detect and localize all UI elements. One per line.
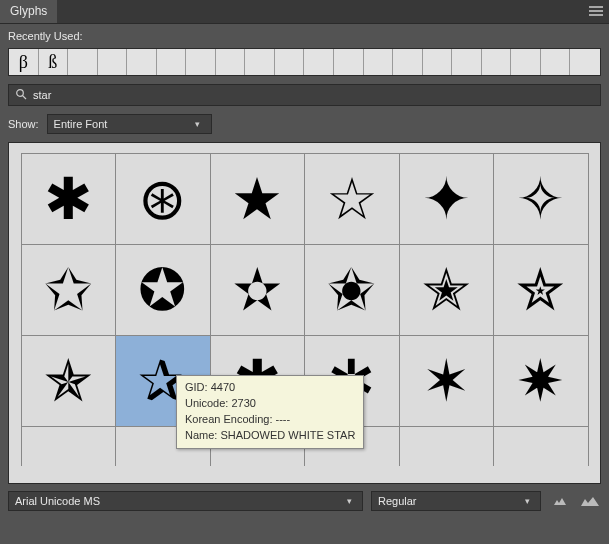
recent-glyph-empty[interactable] [304, 49, 334, 75]
recent-glyph-empty[interactable] [127, 49, 157, 75]
mountains-small-icon [553, 497, 567, 506]
recent-glyph-empty[interactable] [68, 49, 98, 75]
chevron-down-icon: ▾ [191, 119, 205, 129]
glyph-cell[interactable]: ✬ [304, 244, 400, 336]
show-label: Show: [8, 118, 39, 130]
svg-line-1 [23, 96, 26, 99]
svg-point-0 [17, 90, 24, 97]
chevron-down-icon: ▾ [342, 496, 356, 506]
show-dropdown[interactable]: Entire Font ▾ [47, 114, 212, 134]
tooltip-unicode: 2730 [231, 397, 255, 409]
recent-glyph-empty[interactable] [364, 49, 394, 75]
recent-glyph-empty[interactable] [98, 49, 128, 75]
zoom-out-button[interactable] [549, 491, 571, 511]
glyph-cell[interactable]: ✩ [21, 244, 117, 336]
recent-glyph-row: β ß [8, 48, 601, 76]
recent-glyph-1[interactable]: ß [39, 49, 69, 75]
glyph-cell[interactable] [399, 426, 495, 466]
show-value: Entire Font [54, 118, 191, 130]
recent-glyph-empty[interactable] [570, 49, 600, 75]
recent-section: Recently Used: [0, 24, 609, 44]
glyph-cell[interactable]: ✮ [493, 244, 589, 336]
recent-glyph-empty[interactable] [511, 49, 541, 75]
glyph-cell[interactable] [21, 426, 117, 466]
panel-tab-bar: Glyphs [0, 0, 609, 24]
tooltip-unicode-label: Unicode: [185, 397, 228, 409]
recent-glyph-empty[interactable] [541, 49, 571, 75]
glyphs-panel: Glyphs Recently Used: β ß [0, 0, 609, 544]
search-input[interactable] [33, 89, 594, 101]
glyph-cell[interactable]: ✧ [493, 153, 589, 245]
glyph-cell[interactable]: ☆ [304, 153, 400, 245]
font-family-dropdown[interactable]: Arial Unicode MS ▾ [8, 491, 363, 511]
glyph-search-field[interactable] [8, 84, 601, 106]
tooltip-gid: 4470 [211, 381, 235, 393]
glyph-cell[interactable]: ✪ [115, 244, 211, 336]
recent-glyph-empty[interactable] [186, 49, 216, 75]
menu-icon [589, 6, 603, 18]
show-row: Show: Entire Font ▾ [8, 114, 601, 134]
glyph-cell[interactable]: ✯ [21, 335, 117, 427]
chevron-down-icon: ▾ [520, 496, 534, 506]
recent-glyph-empty[interactable] [216, 49, 246, 75]
glyph-cell[interactable] [493, 426, 589, 466]
recent-glyph-empty[interactable] [245, 49, 275, 75]
glyph-cell[interactable]: ✶ [399, 335, 495, 427]
glyph-cell[interactable]: ✫ [210, 244, 306, 336]
glyph-grid-container: ✱ ⊛ ★ ☆ ✦ ✧ ✩ ✪ ✫ ✬ ✭ ✮ ✯ ✰ ✱ ✲ ✶ ✷ [8, 142, 601, 484]
recent-glyph-empty[interactable] [482, 49, 512, 75]
tooltip-name: SHADOWED WHITE STAR [220, 429, 355, 441]
glyph-cell[interactable]: ⊛ [115, 153, 211, 245]
recent-glyph-empty[interactable] [423, 49, 453, 75]
recent-label: Recently Used: [8, 30, 83, 42]
tooltip-gid-label: GID: [185, 381, 208, 393]
recent-glyph-empty[interactable] [452, 49, 482, 75]
zoom-in-button[interactable] [579, 491, 601, 511]
font-family-value: Arial Unicode MS [15, 495, 342, 507]
tooltip-encoding: ---- [276, 413, 291, 425]
glyph-cell[interactable]: ✷ [493, 335, 589, 427]
panel-menu-button[interactable] [583, 0, 609, 23]
glyph-cell[interactable]: ✭ [399, 244, 495, 336]
search-icon [15, 88, 27, 102]
recent-glyph-empty[interactable] [393, 49, 423, 75]
tooltip-encoding-label: Korean Encoding: [185, 413, 272, 425]
tooltip-name-label: Name: [185, 429, 217, 441]
font-style-value: Regular [378, 495, 520, 507]
glyph-cell[interactable]: ✦ [399, 153, 495, 245]
mountains-large-icon [580, 496, 600, 507]
panel-tab-glyphs[interactable]: Glyphs [0, 0, 57, 23]
glyph-cell[interactable]: ★ [210, 153, 306, 245]
recent-glyph-empty[interactable] [334, 49, 364, 75]
glyph-tooltip: GID: 4470 Unicode: 2730 Korean Encoding:… [176, 375, 364, 449]
bottom-bar: Arial Unicode MS ▾ Regular ▾ [8, 490, 601, 512]
recent-glyph-0[interactable]: β [9, 49, 39, 75]
tab-bar-spacer [57, 0, 583, 23]
recent-glyph-empty[interactable] [157, 49, 187, 75]
font-style-dropdown[interactable]: Regular ▾ [371, 491, 541, 511]
recent-glyph-empty[interactable] [275, 49, 305, 75]
glyph-cell[interactable]: ✱ [21, 153, 117, 245]
